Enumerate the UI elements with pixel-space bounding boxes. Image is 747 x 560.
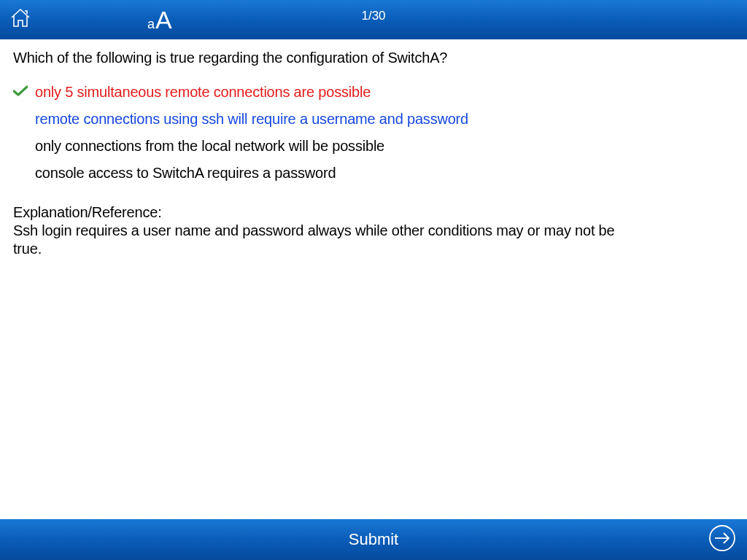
arrow-right-circle-icon bbox=[708, 524, 737, 553]
submit-button[interactable]: Submit bbox=[349, 530, 398, 549]
text-size-button[interactable]: aA bbox=[147, 6, 172, 34]
next-button[interactable] bbox=[708, 524, 737, 556]
answer-text: only connections from the local network … bbox=[35, 138, 384, 155]
answer-list: only 5 simultaneous remote connections a… bbox=[13, 79, 734, 187]
answer-icon-empty bbox=[13, 138, 35, 139]
answer-icon-empty bbox=[13, 165, 35, 166]
answer-option[interactable]: only 5 simultaneous remote connections a… bbox=[13, 79, 734, 106]
content-area: Which of the following is true regarding… bbox=[0, 39, 747, 519]
explanation-title: Explanation/Reference: bbox=[13, 203, 626, 222]
answer-icon-empty bbox=[13, 111, 35, 112]
home-button[interactable] bbox=[9, 7, 32, 33]
question-text: Which of the following is true regarding… bbox=[13, 50, 734, 66]
page-counter: 1/30 bbox=[361, 9, 385, 23]
answer-option[interactable]: only connections from the local network … bbox=[13, 133, 734, 160]
home-icon bbox=[9, 7, 32, 30]
answer-text: console access to SwitchA requires a pas… bbox=[35, 165, 336, 182]
answer-option[interactable]: console access to SwitchA requires a pas… bbox=[13, 160, 734, 187]
answer-option[interactable]: remote connections using ssh will requir… bbox=[13, 106, 734, 133]
checkmark-icon bbox=[13, 84, 35, 97]
text-size-big-a-icon: A bbox=[155, 6, 172, 34]
top-bar: aA 1/30 bbox=[0, 0, 747, 39]
bottom-bar: Submit bbox=[0, 519, 747, 560]
explanation-body: Ssh login requires a user name and passw… bbox=[13, 222, 626, 258]
explanation-block: Explanation/Reference: Ssh login require… bbox=[13, 203, 626, 258]
answer-text: only 5 simultaneous remote connections a… bbox=[35, 84, 371, 101]
text-size-small-a-icon: a bbox=[147, 17, 155, 32]
answer-text: remote connections using ssh will requir… bbox=[35, 111, 468, 128]
